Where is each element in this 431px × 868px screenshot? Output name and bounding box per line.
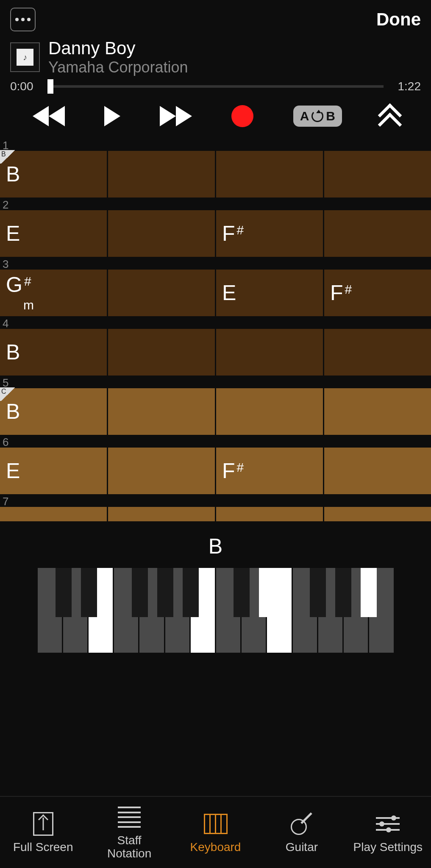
time-total: 1:22: [391, 80, 421, 93]
settings-icon: [376, 817, 400, 831]
chord-row: G#mEF#: [0, 270, 431, 316]
keyboard-icon: [204, 814, 228, 834]
tab-label: Keyboard: [190, 841, 241, 854]
chord-cell[interactable]: [108, 270, 216, 316]
chord-cell[interactable]: [216, 507, 324, 521]
chord-cell[interactable]: E: [216, 270, 324, 316]
white-key[interactable]: [242, 568, 267, 653]
song-info[interactable]: ♪ Danny Boy Yamaha Corporation: [0, 35, 431, 78]
song-artist: Yamaha Corporation: [48, 58, 188, 76]
chord-cell[interactable]: [108, 210, 216, 257]
loop-icon: [311, 110, 323, 122]
done-button[interactable]: Done: [376, 9, 421, 30]
row-number: 1: [0, 138, 431, 151]
piano-keyboard[interactable]: [38, 568, 394, 653]
chord-cell[interactable]: F#: [216, 448, 324, 494]
chord-row: [0, 507, 431, 521]
white-key[interactable]: [63, 568, 89, 653]
more-button[interactable]: [10, 8, 36, 31]
chord-cell[interactable]: BB: [0, 151, 108, 198]
chord-cell[interactable]: [108, 329, 216, 376]
song-title: Danny Boy: [48, 38, 188, 58]
white-key[interactable]: [318, 568, 344, 653]
chord-row: BB: [0, 151, 431, 198]
white-key[interactable]: [114, 568, 139, 653]
chord-cell[interactable]: F#: [324, 270, 431, 316]
chord-cell[interactable]: [108, 151, 216, 198]
tab-guitar[interactable]: Guitar: [259, 797, 345, 868]
chord-cell[interactable]: [216, 151, 324, 198]
time-current: 0:00: [10, 80, 40, 93]
row-number: 4: [0, 316, 431, 329]
chord-cell[interactable]: CB: [0, 388, 108, 435]
ab-a-label: A: [300, 109, 309, 123]
chord-row: EF#: [0, 448, 431, 494]
row-number: 5: [0, 376, 431, 388]
staff-icon: [118, 807, 141, 828]
chord-cell[interactable]: [108, 448, 216, 494]
section-tag: B: [0, 150, 16, 164]
tab-keyboard[interactable]: Keyboard: [172, 797, 259, 868]
chord-cell[interactable]: E: [0, 210, 108, 257]
white-key[interactable]: [89, 568, 114, 653]
chord-cell[interactable]: F#: [216, 210, 324, 257]
tab-play-settings[interactable]: Play Settings: [345, 797, 431, 868]
section-tag: C: [0, 387, 16, 401]
chord-cell[interactable]: E: [0, 448, 108, 494]
rewind-button[interactable]: [33, 106, 65, 126]
row-number: 6: [0, 435, 431, 448]
record-button[interactable]: [231, 105, 253, 127]
current-chord: B: [0, 534, 431, 559]
row-number: 3: [0, 257, 431, 270]
white-key[interactable]: [267, 568, 292, 653]
chord-cell[interactable]: B: [0, 329, 108, 376]
tab-label: Guitar: [286, 841, 318, 854]
white-key[interactable]: [165, 568, 191, 653]
full-screen-icon: [33, 812, 53, 836]
ab-loop-button[interactable]: A B: [293, 106, 342, 127]
tab-staff-notation[interactable]: StaffNotation: [86, 797, 172, 868]
chord-cell[interactable]: [324, 151, 431, 198]
chord-grid: 1BB2EF#3G#mEF#4B5CB6EF#7: [0, 138, 431, 521]
chord-cell[interactable]: [216, 388, 324, 435]
white-key[interactable]: [139, 568, 165, 653]
white-key[interactable]: [38, 568, 63, 653]
chord-cell[interactable]: [324, 210, 431, 257]
progress-handle[interactable]: [47, 79, 53, 94]
white-key[interactable]: [369, 568, 393, 653]
chord-cell[interactable]: [0, 507, 108, 521]
tab-full-screen[interactable]: Full Screen: [0, 797, 86, 868]
row-number: 2: [0, 198, 431, 210]
album-art: ♪: [10, 42, 40, 72]
collapse-button[interactable]: [381, 107, 398, 125]
white-key[interactable]: [216, 568, 242, 653]
white-key[interactable]: [344, 568, 369, 653]
row-number: 7: [0, 494, 431, 507]
fast-forward-button[interactable]: [160, 106, 192, 126]
tab-label: Play Settings: [353, 841, 423, 854]
guitar-icon: [290, 812, 314, 836]
tab-label: StaffNotation: [107, 834, 151, 860]
play-button[interactable]: [104, 106, 120, 126]
chord-cell[interactable]: [108, 388, 216, 435]
tab-label: Full Screen: [13, 841, 73, 854]
chord-row: EF#: [0, 210, 431, 257]
progress-bar[interactable]: [47, 85, 384, 88]
ab-b-label: B: [326, 109, 335, 123]
chord-cell[interactable]: [324, 507, 431, 521]
chord-cell[interactable]: [324, 448, 431, 494]
chord-row: CB: [0, 388, 431, 435]
chord-cell[interactable]: [216, 329, 324, 376]
white-key[interactable]: [191, 568, 216, 653]
white-key[interactable]: [293, 568, 318, 653]
chord-cell[interactable]: G#m: [0, 270, 108, 316]
chord-cell[interactable]: [324, 329, 431, 376]
chord-cell[interactable]: [324, 388, 431, 435]
chord-cell[interactable]: [108, 507, 216, 521]
chord-row: B: [0, 329, 431, 376]
